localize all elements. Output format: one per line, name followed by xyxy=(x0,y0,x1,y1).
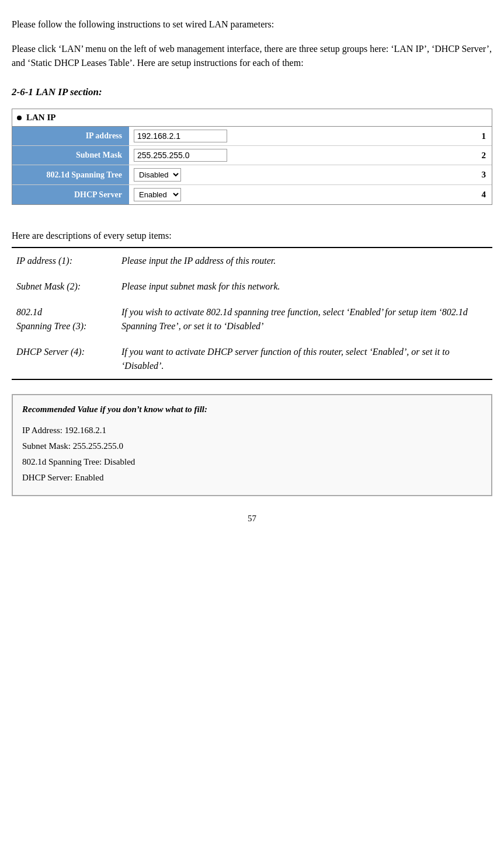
config-label: Subnet Mask xyxy=(12,146,129,165)
recommended-box: Recommended Value if you don’t know what… xyxy=(12,394,492,496)
recommended-title: Recommended Value if you don’t know what… xyxy=(22,405,482,414)
recommended-item: 802.1d Spanning Tree: Disabled xyxy=(22,454,482,470)
config-label: 802.1d Spanning Tree xyxy=(12,165,129,185)
recommended-item: IP Address: 192.168.2.1 xyxy=(22,423,482,438)
text-input-subnet-mask[interactable] xyxy=(134,149,227,162)
desc-text: If you wish to activate 802.1d spanning … xyxy=(117,299,492,339)
page-number: 57 xyxy=(12,514,492,524)
lan-ip-label: LAN IP xyxy=(26,113,55,123)
descriptions-intro: Here are descriptions of every setup ite… xyxy=(12,231,492,241)
config-row: IP address1 xyxy=(12,127,492,146)
config-number: 4 xyxy=(468,185,492,205)
desc-label: Subnet Mask (2): xyxy=(12,274,117,299)
config-value[interactable]: EnabledDisabled xyxy=(129,185,468,205)
description-table: IP address (1):Please input the IP addre… xyxy=(12,247,492,380)
description-row: IP address (1):Please input the IP addre… xyxy=(12,247,492,274)
page-content: Please follow the following instructions… xyxy=(12,18,492,524)
select-dhcp-server[interactable]: EnabledDisabled xyxy=(134,188,181,201)
config-label: DHCP Server xyxy=(12,185,129,205)
config-value[interactable] xyxy=(129,127,468,146)
desc-label: DHCP Server (4): xyxy=(12,339,117,379)
description-row: Subnet Mask (2):Please input subnet mask… xyxy=(12,274,492,299)
config-table: IP address1Subnet Mask2802.1d Spanning T… xyxy=(12,126,492,204)
description-row: 802.1dSpanning Tree (3):If you wish to a… xyxy=(12,299,492,339)
recommended-item: Subnet Mask: 255.255.255.0 xyxy=(22,438,482,454)
config-number: 2 xyxy=(468,146,492,165)
config-number: 1 xyxy=(468,127,492,146)
lan-ip-header: LAN IP xyxy=(12,109,492,126)
recommended-item: DHCP Server: Enabled xyxy=(22,470,482,486)
desc-text: Please input the IP address of this rout… xyxy=(117,247,492,274)
config-number: 3 xyxy=(468,165,492,185)
section-heading: 2-6-1 LAN IP section: xyxy=(12,86,492,98)
text-input-ip-address[interactable] xyxy=(134,130,227,142)
desc-text: Please input subnet mask for this networ… xyxy=(117,274,492,299)
lan-ip-table-wrapper: LAN IP IP address1Subnet Mask2802.1d Spa… xyxy=(12,109,492,205)
config-label: IP address xyxy=(12,127,129,146)
config-row: DHCP ServerEnabledDisabled4 xyxy=(12,185,492,205)
desc-label: 802.1dSpanning Tree (3): xyxy=(12,299,117,339)
desc-label: IP address (1): xyxy=(12,247,117,274)
description-row: DHCP Server (4):If you want to activate … xyxy=(12,339,492,379)
config-value[interactable]: DisabledEnabled xyxy=(129,165,468,185)
intro-line2: Please click ‘LAN’ menu on the left of w… xyxy=(12,42,492,70)
select-802.1d-spanning-tree[interactable]: DisabledEnabled xyxy=(134,168,181,182)
config-value[interactable] xyxy=(129,146,468,165)
bullet-icon xyxy=(17,116,22,120)
config-row: 802.1d Spanning TreeDisabledEnabled3 xyxy=(12,165,492,185)
config-row: Subnet Mask2 xyxy=(12,146,492,165)
intro-line1: Please follow the following instructions… xyxy=(12,18,492,32)
desc-text: If you want to activate DHCP server func… xyxy=(117,339,492,379)
recommended-list: IP Address: 192.168.2.1Subnet Mask: 255.… xyxy=(22,423,482,486)
